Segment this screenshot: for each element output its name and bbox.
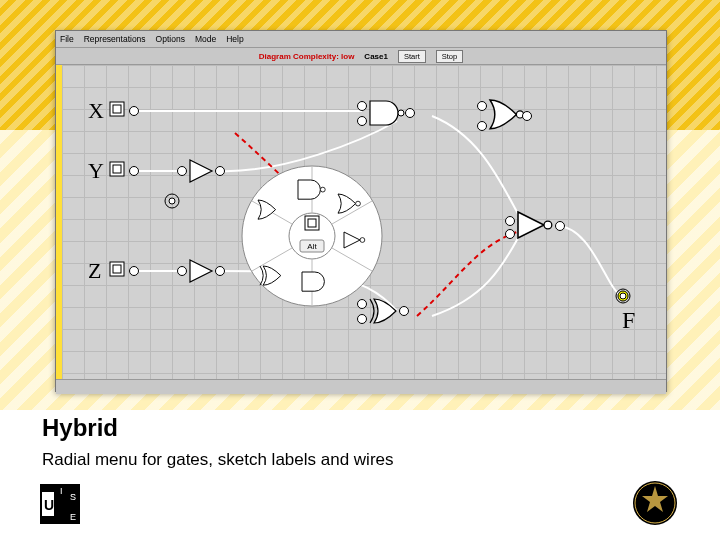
toggle-y[interactable] [110, 162, 124, 176]
tap-y[interactable] [165, 194, 179, 208]
start-button[interactable]: Start [398, 50, 426, 63]
nand-gate-top[interactable] [370, 101, 404, 125]
xor-gate-bottom[interactable] [370, 299, 396, 323]
not-gate-mid[interactable] [518, 212, 552, 238]
radial-center-box[interactable] [305, 216, 319, 230]
menu-bar: File Representations Options Mode Help [56, 31, 666, 48]
menu-file[interactable]: File [60, 34, 74, 44]
toggle-x[interactable] [110, 102, 124, 116]
buffer-z[interactable] [190, 260, 212, 282]
diagram-svg: X Y Z F [62, 65, 666, 379]
status-bar [56, 379, 666, 394]
svg-text:E: E [70, 512, 76, 522]
input-y-label: Y [88, 158, 104, 183]
menu-mode[interactable]: Mode [195, 34, 216, 44]
canvas-area[interactable]: X Y Z F [56, 65, 666, 379]
case-label: Case1 [364, 52, 388, 61]
output-label: F [622, 307, 635, 333]
menu-help[interactable]: Help [226, 34, 243, 44]
ucf-logo [632, 480, 678, 526]
radial-and-icon[interactable] [302, 272, 324, 291]
port-x-out[interactable] [130, 107, 139, 116]
slide-subtitle: Radial menu for gates, sketch labels and… [42, 450, 394, 470]
slide-root: File Representations Options Mode Help D… [0, 0, 720, 540]
port-y-out[interactable] [130, 167, 139, 176]
isue-logo: U I S E [40, 484, 80, 524]
port-z-out[interactable] [130, 267, 139, 276]
input-x-label: X [88, 98, 104, 123]
menu-options[interactable]: Options [156, 34, 185, 44]
app-window: File Representations Options Mode Help D… [55, 30, 667, 392]
complexity-label: Diagram Complexity: low [259, 52, 355, 61]
radial-menu[interactable]: Alt [242, 166, 382, 306]
menu-representations[interactable]: Representations [84, 34, 146, 44]
buffer-y[interactable] [190, 160, 212, 182]
stop-button[interactable]: Stop [436, 50, 463, 63]
nor-gate-right[interactable] [490, 100, 524, 129]
svg-text:I: I [60, 486, 63, 496]
svg-text:U: U [44, 497, 54, 513]
toggle-z[interactable] [110, 262, 124, 276]
radial-alt-label: Alt [307, 242, 317, 251]
svg-text:S: S [70, 492, 76, 502]
input-z-label: Z [88, 258, 101, 283]
slide-title: Hybrid [42, 414, 118, 442]
tool-bar: Diagram Complexity: low Case1 Start Stop [56, 48, 666, 65]
